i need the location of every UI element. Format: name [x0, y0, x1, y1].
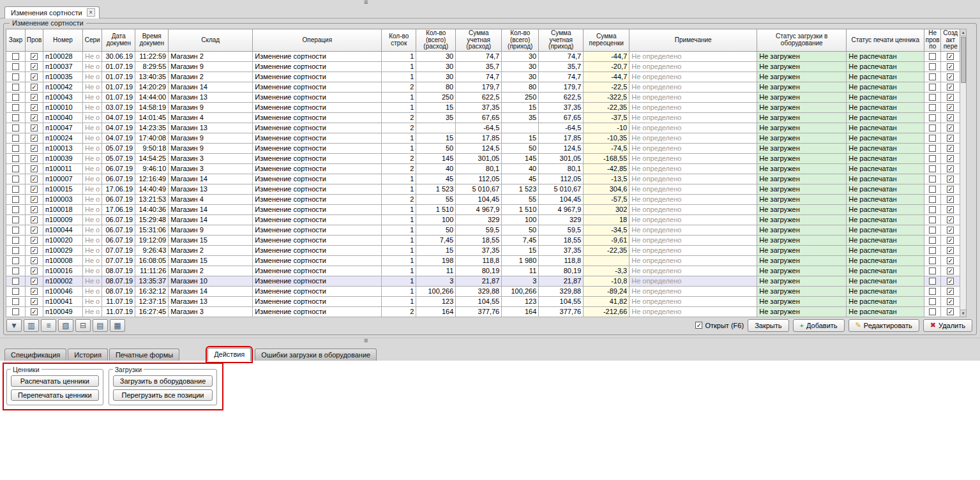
- column-header-sozd[interactable]: Созд акт пере: [941, 29, 960, 52]
- cell-prov[interactable]: ✓: [26, 102, 43, 112]
- column-header-date[interactable]: Дата докумен: [102, 29, 135, 52]
- ne_prov-checkbox[interactable]: [929, 308, 936, 315]
- cell-prov[interactable]: ✓: [26, 82, 43, 92]
- ne_prov-checkbox[interactable]: [929, 135, 936, 142]
- prov-checkbox[interactable]: ✓: [31, 206, 38, 213]
- cell-zakr[interactable]: [6, 245, 26, 255]
- cell-zakr[interactable]: [6, 255, 26, 266]
- splitter-grip-icon[interactable]: ≡: [364, 0, 368, 6]
- cell-prov[interactable]: ✓: [26, 276, 43, 286]
- cell-sozd[interactable]: ✓: [941, 255, 960, 266]
- table-row[interactable]: ✓п100002Не о08.07.1913:35:37Магазин 10Из…: [6, 276, 960, 286]
- ne_prov-checkbox[interactable]: [929, 196, 936, 203]
- table-row[interactable]: ✓п100011Не о06.07.199:46:10Магазин 3Изме…: [6, 163, 960, 174]
- cell-prov[interactable]: ✓: [26, 51, 43, 61]
- cell-prov[interactable]: ✓: [26, 204, 43, 214]
- cell-ne_prov[interactable]: [924, 276, 941, 286]
- prov-checkbox[interactable]: ✓: [31, 278, 38, 285]
- sozd-checkbox[interactable]: ✓: [947, 196, 954, 203]
- column-header-qty_out[interactable]: Кол-во (всего) (расход): [416, 29, 456, 52]
- prov-checkbox[interactable]: ✓: [31, 53, 38, 60]
- cell-zakr[interactable]: [6, 225, 26, 235]
- cell-prov[interactable]: ✓: [26, 174, 43, 184]
- ne_prov-checkbox[interactable]: [929, 278, 936, 285]
- cell-zakr[interactable]: [6, 266, 26, 276]
- cell-prov[interactable]: ✓: [26, 296, 43, 306]
- cell-ne_prov[interactable]: [924, 112, 941, 123]
- zakr-checkbox[interactable]: [12, 267, 19, 274]
- cell-ne_prov[interactable]: [924, 71, 941, 82]
- table-row[interactable]: ✓п100047Не о04.07.1914:23:35Магазин 13Из…: [6, 123, 960, 133]
- cell-zakr[interactable]: [6, 51, 26, 61]
- zakr-checkbox[interactable]: [12, 104, 19, 111]
- cell-sozd[interactable]: ✓: [941, 286, 960, 296]
- cell-ne_prov[interactable]: [924, 174, 941, 184]
- cell-zakr[interactable]: [6, 82, 26, 92]
- cell-prov[interactable]: ✓: [26, 245, 43, 255]
- tab-specification[interactable]: Спецификация: [4, 349, 66, 361]
- table-row[interactable]: ✓п100010Не о03.07.1914:58:19Магазин 9Изм…: [6, 102, 960, 112]
- zakr-checkbox[interactable]: [12, 227, 19, 234]
- ne_prov-checkbox[interactable]: [929, 94, 936, 101]
- zakr-checkbox[interactable]: [12, 206, 19, 213]
- cell-zakr[interactable]: [6, 133, 26, 143]
- prov-checkbox[interactable]: ✓: [31, 216, 38, 223]
- table-row[interactable]: ✓п100044Не о06.07.1915:31:06Магазин 9Изм…: [6, 225, 960, 235]
- prov-checkbox[interactable]: ✓: [31, 155, 38, 162]
- sozd-checkbox[interactable]: ✓: [947, 155, 954, 162]
- sozd-checkbox[interactable]: ✓: [947, 53, 954, 60]
- cell-prov[interactable]: ✓: [26, 123, 43, 133]
- prov-checkbox[interactable]: ✓: [31, 84, 38, 91]
- cell-ne_prov[interactable]: [924, 255, 941, 266]
- prov-checkbox[interactable]: ✓: [31, 176, 38, 183]
- cell-sozd[interactable]: ✓: [941, 143, 960, 153]
- cell-prov[interactable]: ✓: [26, 184, 43, 194]
- cell-ne_prov[interactable]: [924, 214, 941, 225]
- ne_prov-checkbox[interactable]: [929, 155, 936, 162]
- horizontal-splitter[interactable]: ≡: [0, 338, 980, 344]
- cell-zakr[interactable]: [6, 153, 26, 163]
- zakr-checkbox[interactable]: [12, 278, 19, 285]
- vertical-scrollbar[interactable]: ▲ ▼: [960, 29, 967, 317]
- table-row[interactable]: ✓п100008Не о07.07.1916:08:05Магазин 15Из…: [6, 255, 960, 266]
- cell-zakr[interactable]: [6, 92, 26, 102]
- open-f6-checkbox[interactable]: ✓ Открыт (F6): [695, 322, 744, 329]
- table-row[interactable]: ✓п100028Не о30.06.1911:22:59Магазин 2Изм…: [6, 51, 960, 61]
- cell-ne_prov[interactable]: [924, 51, 941, 61]
- ne_prov-checkbox[interactable]: [929, 84, 936, 91]
- column-header-lines[interactable]: Кол-во строк: [382, 29, 416, 52]
- prov-checkbox[interactable]: ✓: [31, 237, 38, 244]
- cell-prov[interactable]: ✓: [26, 153, 43, 163]
- column-header-zakr[interactable]: Закр: [6, 29, 26, 52]
- cell-sozd[interactable]: ✓: [941, 276, 960, 286]
- prov-checkbox[interactable]: ✓: [31, 145, 38, 152]
- ne_prov-checkbox[interactable]: [929, 176, 936, 183]
- cell-ne_prov[interactable]: [924, 163, 941, 174]
- prov-checkbox[interactable]: ✓: [31, 288, 38, 295]
- sozd-checkbox[interactable]: ✓: [947, 165, 954, 172]
- cell-zakr[interactable]: [6, 112, 26, 123]
- sozd-checkbox[interactable]: ✓: [947, 73, 954, 80]
- sozd-checkbox[interactable]: ✓: [947, 237, 954, 244]
- scroll-thumb[interactable]: [961, 37, 966, 83]
- sozd-checkbox[interactable]: ✓: [947, 63, 954, 70]
- reload-all-positions-button[interactable]: Перегрузить все позиции: [113, 389, 213, 401]
- tab-history[interactable]: История: [68, 349, 108, 361]
- column-header-operation[interactable]: Операция: [253, 29, 382, 52]
- cell-prov[interactable]: ✓: [26, 306, 43, 317]
- table-row[interactable]: ✓п100007Не о06.07.1912:16:49Магазин 14Из…: [6, 174, 960, 184]
- table-row[interactable]: ✓п100041Не о11.07.1912:37:15Магазин 13Из…: [6, 296, 960, 306]
- prov-checkbox[interactable]: ✓: [31, 267, 38, 274]
- zakr-checkbox[interactable]: [12, 53, 19, 60]
- add-button[interactable]: +Добавить: [793, 319, 845, 332]
- column-header-print_status[interactable]: Статус печати ценника: [847, 29, 924, 52]
- cell-ne_prov[interactable]: [924, 123, 941, 133]
- column-header-sum_in[interactable]: Сумма учетная (приход): [539, 29, 584, 52]
- zakr-checkbox[interactable]: [12, 165, 19, 172]
- column-header-qty_in[interactable]: Кол-во (всего) (приход): [502, 29, 539, 52]
- prov-checkbox[interactable]: ✓: [31, 94, 38, 101]
- zakr-checkbox[interactable]: [12, 73, 19, 80]
- zakr-checkbox[interactable]: [12, 216, 19, 223]
- cell-ne_prov[interactable]: [924, 204, 941, 214]
- ne_prov-checkbox[interactable]: [929, 73, 936, 80]
